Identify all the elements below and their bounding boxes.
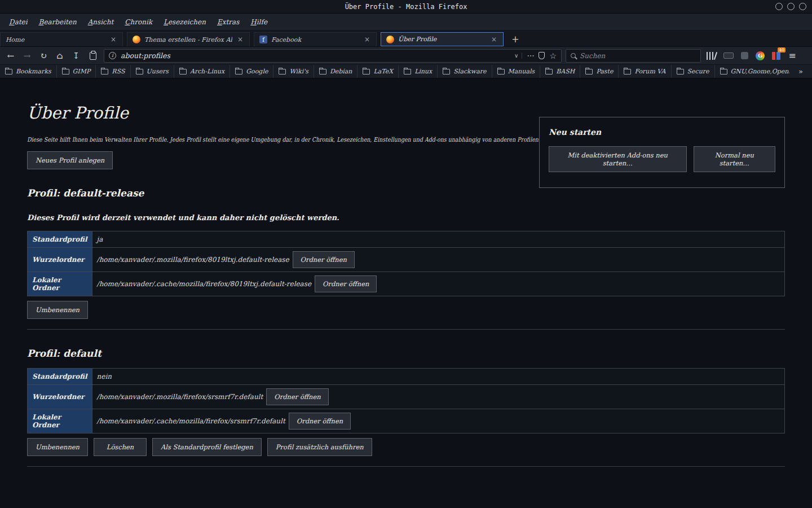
window-maximize-button[interactable]	[787, 3, 795, 10]
addon-icon[interactable]	[741, 52, 748, 59]
bookmark-label: Manuals	[508, 68, 535, 75]
rename-profile-button[interactable]: Umbenennen	[27, 438, 88, 456]
folder-icon	[363, 69, 370, 75]
row-value: ja	[97, 235, 103, 243]
menu-lesezeichen[interactable]: Lesezeichen	[158, 16, 211, 28]
open-folder-button[interactable]: Ordner öffnen	[289, 413, 351, 430]
bookmark-item-wikis[interactable]: Wiki's	[273, 65, 314, 78]
bookmark-item-debian[interactable]: Debian	[314, 65, 358, 78]
bookmark-item-forum-va[interactable]: Forum VA	[619, 65, 671, 78]
page-actions-icon[interactable]: ⋯	[527, 51, 534, 60]
home-button[interactable]: ⌂	[54, 50, 66, 62]
menu-ansicht[interactable]: Ansicht	[82, 16, 120, 28]
folder-icon	[545, 69, 553, 75]
download-button[interactable]: ↧	[70, 50, 82, 62]
bookmark-item-arch-linux[interactable]: Arch-Linux	[174, 65, 230, 78]
rename-profile-button[interactable]: Umbenennen	[27, 301, 88, 319]
restart-box: Neu starten Mit deaktivierten Add-ons ne…	[539, 117, 785, 188]
tab-home[interactable]: Home ×	[0, 32, 123, 46]
g-logo-icon[interactable]: G	[756, 51, 765, 60]
table-row: Lokaler Ordner /home/xanvader/.cache/moz…	[28, 272, 785, 296]
bookmark-item-google[interactable]: Google	[230, 65, 273, 78]
menu-bearbeiten[interactable]: Bearbeiten	[33, 16, 82, 28]
url-bar[interactable]: i ∨ ⋯ ☆	[104, 49, 562, 63]
back-button[interactable]: ←	[5, 50, 17, 62]
launch-profile-button[interactable]: Profil zusätzlich ausführen	[267, 438, 372, 456]
row-value: nein	[97, 373, 112, 380]
new-tab-button[interactable]: +	[508, 32, 523, 46]
set-default-profile-button[interactable]: Als Standardprofil festlegen	[152, 438, 262, 456]
reload-button[interactable]: ↻	[37, 50, 50, 62]
tab-close-icon[interactable]: ×	[363, 36, 371, 43]
restart-normal-button[interactable]: Normal neu starten…	[694, 146, 775, 172]
window-title: Über Profile - Mozilla Firefox	[345, 3, 467, 11]
bookmark-item-latex[interactable]: LaTeX	[358, 65, 399, 78]
bookmark-item-paste[interactable]: Paste	[580, 65, 619, 78]
profile-actions: Umbenennen	[27, 301, 785, 319]
menu-hilfe[interactable]: Hilfe	[245, 16, 273, 28]
bookmark-label: LaTeX	[373, 68, 393, 75]
search-input[interactable]	[580, 52, 696, 60]
bookmark-label: Uusers	[147, 68, 169, 75]
window-close-button[interactable]	[799, 3, 806, 10]
delete-profile-button[interactable]: Löschen	[94, 438, 147, 456]
tab-close-icon[interactable]: ×	[490, 36, 498, 43]
row-label: Standardprofil	[28, 231, 92, 248]
bookmark-item-gnu-gnome-opensource[interactable]: GNU,Gnome,OpenSource	[715, 65, 789, 78]
bookmark-item-gimp[interactable]: GIMP	[57, 65, 96, 78]
row-label: Wurzelordner	[28, 385, 92, 409]
bookmarks-overflow-icon[interactable]: »	[789, 67, 812, 76]
profile-heading: Profil: default	[27, 348, 785, 359]
open-folder-button[interactable]: Ordner öffnen	[315, 275, 377, 292]
section-divider	[27, 329, 785, 330]
menu-chronik[interactable]: Chronik	[119, 16, 158, 28]
menu-extras[interactable]: Extras	[211, 16, 245, 28]
tab-close-icon[interactable]: ×	[236, 36, 244, 43]
folder-icon	[136, 69, 143, 75]
bookmark-item-bookmarks[interactable]: Bookmarks	[0, 65, 57, 78]
forward-button[interactable]: →	[21, 50, 33, 62]
restart-safe-mode-button[interactable]: Mit deaktivierten Add-ons neu starten…	[549, 146, 687, 172]
tab-facebook[interactable]: f Facebook ×	[254, 32, 377, 46]
search-bar[interactable]	[566, 49, 701, 63]
clipboard-icon[interactable]	[90, 52, 96, 60]
bookmark-item-uusers[interactable]: Uusers	[131, 65, 174, 78]
table-row: Lokaler Ordner /home/xanvader/.cache/moz…	[28, 409, 785, 433]
window-controls	[775, 3, 806, 10]
menu-datei[interactable]: Datei	[3, 16, 33, 28]
bookmark-item-rss[interactable]: RSS	[96, 65, 130, 78]
profile-table: Standardprofil nein Wurzelordner /home/x…	[27, 368, 785, 433]
table-row: Wurzelordner /home/xanvader/.mozilla/fir…	[28, 385, 785, 409]
folder-icon	[404, 69, 411, 75]
tab-ueber-profile[interactable]: Über Profile ×	[381, 32, 504, 46]
tracking-shield-icon[interactable]	[539, 52, 545, 59]
create-profile-button[interactable]: Neues Profil anlegen	[27, 151, 113, 169]
addon-stats-icon[interactable]: 40	[772, 52, 780, 60]
library-icon[interactable]	[707, 52, 716, 60]
folder-icon	[624, 69, 631, 75]
tab-close-icon[interactable]: ×	[109, 36, 117, 43]
bookmark-item-bash[interactable]: BASH	[540, 65, 580, 78]
bookmark-item-secure[interactable]: Secure	[672, 65, 715, 78]
chevron-down-icon[interactable]: ∨	[514, 52, 522, 59]
tab-thema-erstellen[interactable]: Thema erstellen - Firefox Allgeme ×	[127, 32, 250, 46]
bookmark-item-manuals[interactable]: Manuals	[492, 65, 541, 78]
bookmark-label: Google	[246, 68, 268, 75]
open-folder-button[interactable]: Ordner öffnen	[266, 388, 328, 405]
row-value-cell: /home/xanvader/.mozilla/firefox/8019ltxj…	[92, 248, 784, 272]
keyboard-icon[interactable]	[723, 52, 734, 59]
info-icon[interactable]: i	[109, 52, 116, 59]
addon-badge-count: 40	[778, 47, 785, 52]
tab-label: Home	[6, 36, 105, 43]
profile-section-default: Profil: default Standardprofil nein Wurz…	[27, 348, 785, 467]
bookmark-label: Debian	[330, 68, 352, 75]
bookmark-item-linux[interactable]: Linux	[399, 65, 438, 78]
bookmark-item-slackware[interactable]: Slackware	[438, 65, 492, 78]
bookmark-star-icon[interactable]: ☆	[549, 51, 557, 60]
bookmark-label: Paste	[596, 68, 613, 75]
menu-button[interactable]: ≡	[786, 50, 798, 62]
bookmark-label: Linux	[414, 68, 432, 75]
open-folder-button[interactable]: Ordner öffnen	[293, 251, 355, 268]
url-input[interactable]	[121, 51, 510, 60]
window-minimize-button[interactable]	[775, 3, 783, 10]
